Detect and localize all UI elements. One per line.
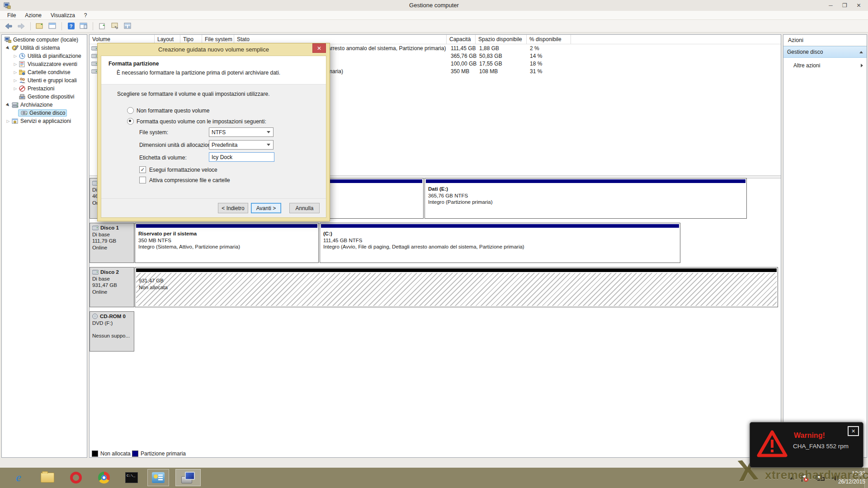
column-header-capacita[interactable]: Capacità [447, 35, 476, 44]
taskbar-cmd-icon[interactable]: C:\_ [124, 470, 139, 485]
tree-expanded-icon[interactable]: ▶ [5, 44, 12, 52]
radio-format[interactable]: Formatta questo volume con le impostazio… [127, 118, 266, 125]
tree-item-visualizzatore-eventi[interactable]: ▷ Visualizzatore eventi [13, 60, 77, 68]
close-button[interactable]: ✕ [852, 1, 865, 10]
tree-collapsed-icon[interactable]: ▷ [13, 54, 18, 58]
tree-selection[interactable]: Gestione disco [18, 109, 67, 117]
views-icon[interactable] [123, 21, 132, 31]
column-header-stato[interactable]: Stato [234, 35, 447, 44]
properties-icon[interactable] [110, 21, 120, 31]
tree-item-archiviazione[interactable]: ▶ Archiviazione [5, 101, 52, 109]
tree-item-prestazioni[interactable]: ▷ Prestazioni [13, 84, 54, 93]
disk0-partition-dati[interactable]: Dati (E:) 365,76 GB NTFS Integro (Partiz… [425, 178, 747, 219]
radio-no-format[interactable]: Non formattare questo volume [127, 107, 209, 114]
checkbox-checked-icon[interactable]: ✓ [139, 166, 146, 173]
tree-collapsed-icon[interactable]: ▷ [13, 62, 18, 66]
tree-item-label[interactable]: Gestione computer (locale) [13, 37, 78, 43]
menu-help[interactable]: ? [80, 11, 92, 19]
menu-file[interactable]: File [3, 11, 20, 19]
refresh-icon[interactable] [97, 21, 107, 31]
tree-item-label[interactable]: Utenti e gruppi locali [28, 77, 77, 84]
column-header-layout[interactable]: Layout [155, 35, 180, 44]
clock-time[interactable]: 12:33 [829, 469, 865, 478]
fan-warning-popup[interactable]: Warning! CHA_FAN3 552 rpm ✕ [750, 422, 863, 468]
tree-item-label[interactable]: Visualizzatore eventi [28, 61, 77, 67]
tree-item-label[interactable]: Servizi e applicazioni [20, 118, 71, 124]
compression-checkbox[interactable]: Attiva compressione file e cartelle [139, 177, 230, 183]
taskbar-control-panel-button[interactable] [147, 469, 169, 486]
checkbox-label[interactable]: Attiva compressione file e cartelle [149, 177, 230, 183]
action-pane-icon[interactable] [79, 21, 89, 31]
menu-azione[interactable]: Azione [20, 11, 46, 19]
radio-icon[interactable] [127, 107, 134, 114]
maximize-button[interactable]: ❐ [838, 1, 851, 10]
taskbar-opera-icon[interactable] [68, 470, 84, 485]
submenu-arrow-icon[interactable] [861, 64, 863, 67]
cancel-button[interactable]: Annulla [289, 203, 320, 213]
disk2-label[interactable]: Disco 2 Di base 931,47 GB Online [90, 267, 134, 307]
column-header-pct[interactable]: % disponibile [527, 35, 571, 44]
tree-item-utilita-pianificazione[interactable]: ▷ Utilità di pianificazione [13, 52, 81, 60]
minimize-button[interactable]: ─ [824, 1, 837, 10]
radio-selected-icon[interactable] [127, 118, 134, 125]
column-header-tipo[interactable]: Tipo [180, 35, 202, 44]
disk1-partition-riservato[interactable]: Riservato per il sistema 350 MB NTFS Int… [135, 223, 319, 263]
taskbar-ie-icon[interactable]: e [11, 470, 26, 485]
tree-item-label[interactable]: Gestione disco [29, 110, 65, 116]
actions-item-label[interactable]: Gestione disco [787, 49, 823, 55]
taskbar-chrome-icon[interactable] [96, 470, 112, 485]
chevron-down-icon[interactable] [267, 144, 270, 146]
alloc-size-select[interactable]: Predefinita [209, 140, 274, 150]
popup-close-button[interactable]: ✕ [848, 426, 859, 436]
disk2-unallocated[interactable]: 931,47 GB Non allocata [135, 267, 778, 307]
file-system-select[interactable]: NTFS [209, 127, 274, 137]
show-desktop-button[interactable] [864, 468, 868, 488]
tree-item-label[interactable]: Gestione dispositivi [28, 94, 74, 100]
help-icon[interactable]: ? [66, 21, 76, 31]
network-icon[interactable] [815, 474, 825, 482]
column-header-volume[interactable]: Volume [90, 35, 155, 44]
chevron-down-icon[interactable] [267, 131, 270, 133]
taskbar-file-explorer-icon[interactable] [40, 470, 55, 485]
action-center-flag-icon[interactable] [800, 474, 809, 483]
actions-item-label[interactable]: Altre azioni [793, 62, 820, 69]
tree-item-label[interactable]: Utilità di sistema [20, 45, 60, 51]
tree-item-gestione-computer[interactable]: Gestione computer (locale) [4, 36, 78, 44]
column-header-filesystem[interactable]: File system [202, 35, 234, 44]
wizard-close-button[interactable]: ✕ [312, 43, 326, 53]
tree-expanded-icon[interactable]: ▶ [5, 101, 12, 108]
show-console-tree-icon[interactable] [35, 21, 45, 31]
volume-label-input[interactable] [209, 152, 274, 162]
quick-format-checkbox[interactable]: ✓ Esegui formattazione veloce [139, 166, 217, 173]
menu-visualizza[interactable]: Visualizza [46, 11, 80, 19]
radio-label[interactable]: Formatta questo volume con le impostazio… [137, 118, 266, 125]
column-header-spazio[interactable]: Spazio disponibile [476, 35, 527, 44]
tray-chevron-icon[interactable] [790, 477, 794, 479]
tree-item-label[interactable]: Utilità di pianificazione [28, 53, 81, 59]
wizard-titlebar[interactable]: Creazione guidata nuovo volume semplice … [98, 43, 330, 56]
disk1-partition-c[interactable]: (C:) 111,45 GB NTFS Integro (Avvio, File… [320, 223, 680, 263]
console-window-icon[interactable] [47, 21, 57, 31]
tree-collapsed-icon[interactable]: ▷ [5, 119, 11, 123]
tree-item-label[interactable]: Prestazioni [28, 85, 54, 92]
disk1-label[interactable]: Disco 1 Di base 111,79 GB Online [90, 223, 134, 263]
tree-collapsed-icon[interactable]: ▷ [13, 70, 18, 75]
clock-date[interactable]: 26/12/2015 [829, 478, 865, 486]
tree-item-label[interactable]: Archiviazione [20, 102, 52, 108]
actions-gestione-disco[interactable]: Gestione disco [783, 46, 867, 58]
tree-item-label[interactable]: Cartelle condivise [28, 69, 71, 75]
forward-icon[interactable] [16, 21, 26, 31]
back-button[interactable]: < Indietro [218, 203, 248, 213]
tree-item-cartelle-condivise[interactable]: ▷ Cartelle condivise [13, 68, 71, 76]
tree-collapsed-icon[interactable]: ▷ [13, 78, 18, 83]
tray-clock[interactable]: 12:33 26/12/2015 [829, 469, 865, 486]
cdrom-label[interactable]: CD-ROM 0 DVD (F:) Nessun suppo... [90, 311, 134, 352]
checkbox-label[interactable]: Esegui formattazione veloce [149, 167, 217, 173]
tree-item-servizi-applicazioni[interactable]: ▷ Servizi e applicazioni [5, 117, 71, 125]
tree-item-gestione-dispositivi[interactable]: Gestione dispositivi [18, 93, 74, 101]
tree-item-utenti-gruppi[interactable]: ▷ Utenti e gruppi locali [13, 76, 77, 84]
tree-collapsed-icon[interactable]: ▷ [13, 86, 18, 91]
collapse-icon[interactable] [859, 51, 863, 53]
actions-altre-azioni[interactable]: Altre azioni [783, 60, 867, 71]
radio-label[interactable]: Non formattare questo volume [137, 108, 209, 114]
